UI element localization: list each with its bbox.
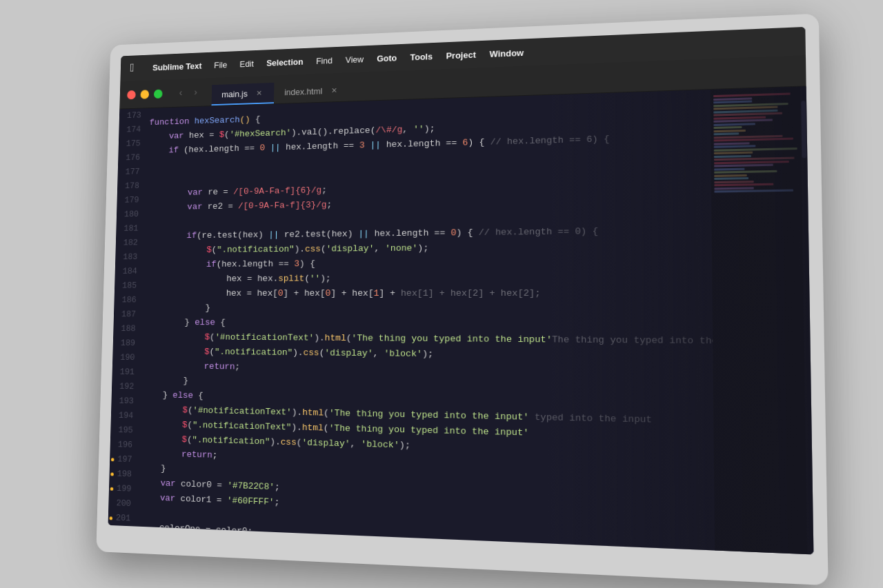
code-line-186: } [144, 301, 712, 317]
gutter-line-186: 186 [114, 293, 145, 307]
tab-index-html-label: index.html [284, 85, 322, 97]
gutter-line-200: 200 [108, 496, 140, 511]
code-line-184: hex = hex.split(''); [146, 270, 713, 286]
minimap-line [713, 122, 755, 125]
code-content[interactable]: function hexSearch() { var hex = $('#hex… [139, 90, 715, 550]
gutter-line-202: 202 [108, 525, 139, 540]
gutter-line-183: 183 [115, 250, 146, 264]
gutter-line-179: 179 [117, 192, 148, 207]
gutter-line-192: 192 [112, 379, 143, 394]
gutter-line-180: 180 [117, 207, 148, 221]
menu-view[interactable]: View [346, 54, 364, 64]
gutter-line-199: 199 [109, 480, 140, 496]
nav-arrows: ‹ › [175, 85, 202, 99]
apple-logo-icon:  [130, 61, 137, 74]
code-line-185: hex = hex[0] + hex[0] + hex[1] + hex[1] … [145, 285, 713, 301]
minimap-line [713, 92, 791, 97]
gutter-line-178: 178 [117, 179, 148, 193]
menu-edit[interactable]: Edit [239, 58, 254, 68]
close-button[interactable] [127, 90, 136, 99]
minimap-line [714, 170, 777, 173]
tab-index-html-close-icon[interactable]: ✕ [329, 85, 339, 96]
minimap-line [713, 100, 752, 103]
minimap-line [714, 151, 753, 154]
gutter-line-198: 198 [109, 466, 140, 482]
gutter-line-182: 182 [116, 235, 147, 250]
menu-tools[interactable]: Tools [410, 51, 433, 62]
laptop-frame:  Sublime Text File Edit Selection Find … [96, 13, 828, 585]
minimap[interactable] [711, 86, 808, 554]
gutter-line-196: 196 [110, 437, 141, 452]
minimap-line [713, 97, 752, 100]
menu-sublime-text[interactable]: Sublime Text [152, 60, 201, 72]
menu-file[interactable]: File [214, 59, 227, 70]
minimap-line [714, 189, 793, 192]
tab-main-js-close-icon[interactable]: ✕ [254, 88, 264, 99]
minimap-line [714, 180, 754, 183]
gutter-line-174: 174 [119, 122, 150, 137]
menu-selection[interactable]: Selection [266, 56, 304, 67]
gutter-line-173: 173 [119, 108, 150, 123]
minimap-line [714, 125, 742, 128]
minimap-line [714, 163, 773, 167]
traffic-lights [127, 89, 162, 99]
gutter-line-176: 176 [118, 150, 149, 165]
minimap-line [714, 176, 748, 179]
screen:  Sublime Text File Edit Selection Find … [108, 26, 814, 554]
gutter-line-194: 194 [111, 408, 142, 423]
minimap-line [714, 168, 745, 170]
gutter-line-191: 191 [112, 365, 143, 380]
menu-window[interactable]: Window [490, 47, 524, 59]
tab-main-js-label: main.js [221, 88, 248, 99]
menu-find[interactable]: Find [316, 55, 333, 65]
gutter-line-189: 189 [113, 336, 144, 350]
gutter-line-193: 193 [111, 394, 142, 409]
minimap-line [714, 186, 753, 189]
gutter-line-203: 203 [108, 540, 139, 554]
minimize-button[interactable] [140, 89, 149, 98]
tab-main-js[interactable]: main.js ✕ [212, 82, 275, 105]
gutter-line-201: 201 [108, 510, 140, 526]
gutter-line-184: 184 [115, 264, 146, 278]
maximize-button[interactable] [154, 89, 163, 98]
gutter-line-181: 181 [116, 221, 147, 236]
forward-arrow-icon[interactable]: › [189, 85, 201, 99]
code-editor[interactable]: 1731741751761771781791801811821831841851… [108, 86, 814, 554]
gutter-line-197: 197 [110, 452, 141, 467]
gutter-line-185: 185 [115, 278, 146, 293]
minimap-line [714, 132, 739, 135]
gutter-line-175: 175 [119, 136, 150, 151]
minimap-line [714, 174, 747, 176]
gutter-line-177: 177 [117, 164, 148, 179]
scrollbar-thumb[interactable] [801, 101, 806, 158]
minimap-line [714, 129, 746, 132]
minimap-line [714, 154, 751, 157]
menu-goto[interactable]: Goto [377, 52, 397, 63]
back-arrow-icon[interactable]: ‹ [175, 86, 187, 99]
gutter-line-190: 190 [112, 350, 143, 365]
tab-index-html[interactable]: index.html ✕ [274, 79, 350, 103]
gutter-line-188: 188 [113, 321, 144, 336]
minimap-line [714, 141, 750, 144]
gutter-line-187: 187 [114, 307, 145, 321]
menu-project[interactable]: Project [446, 49, 476, 60]
minimap-line [714, 145, 756, 148]
gutter-line-195: 195 [110, 423, 141, 438]
code-line-203: // Co [139, 549, 715, 549]
minimap-line [714, 183, 773, 186]
